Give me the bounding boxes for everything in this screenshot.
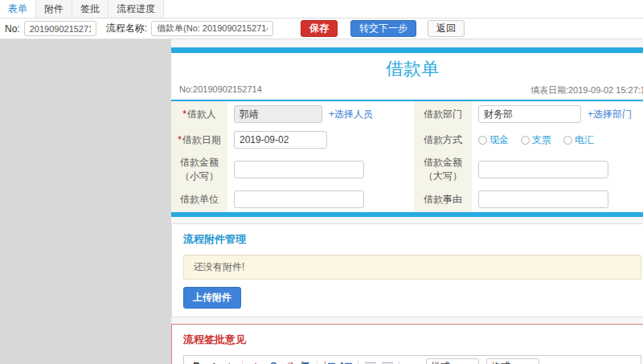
editor-toolbar: B I abc <box>184 356 641 364</box>
tab-progress[interactable]: 流程进度 <box>109 0 164 18</box>
style-dropdown[interactable]: 样式 ▾ <box>426 358 479 364</box>
borrower-input[interactable] <box>234 105 322 123</box>
borrower-label: *借款人 <box>171 101 227 127</box>
link-icon[interactable] <box>264 359 279 364</box>
borrow-unit-input[interactable] <box>234 190 364 208</box>
radio-circle-icon[interactable] <box>478 136 487 145</box>
italic-icon[interactable]: I <box>206 359 221 364</box>
format-dropdown[interactable]: 格式 ▾ <box>486 358 539 364</box>
tab-attachments[interactable]: 附件 <box>36 0 72 18</box>
rich-text-editor: B I abc <box>183 355 641 364</box>
amount-lowercase-label: 借款金额（小写） <box>171 153 227 186</box>
form-page: 借款单 No:20190902152714 填表日期:2019-09-02 15… <box>171 39 643 364</box>
no-attachments-message: 还没有附件! <box>183 255 641 280</box>
forward-next-step-button[interactable]: 转交下一步 <box>350 20 416 37</box>
form-row-borrower: *借款人 +选择人员 借款部门 +选择部门 <box>171 101 643 127</box>
borrow-reason-input[interactable] <box>478 190 608 208</box>
form-date-text: 填表日期:2019-09-02 15:27:1 <box>530 84 643 96</box>
amount-uppercase-input[interactable] <box>478 161 608 178</box>
panel-bottom-bar <box>171 212 643 217</box>
radio-circle-icon[interactable] <box>521 136 530 145</box>
select-department-link[interactable]: +选择部门 <box>588 108 632 121</box>
borrow-reason-label: 借款事由 <box>414 186 472 212</box>
borrow-date-input[interactable] <box>234 131 327 149</box>
approval-heading: 流程签批意见 <box>183 333 641 347</box>
indent-icon[interactable] <box>379 359 395 364</box>
form-row-unit-reason: 借款单位 借款事由 <box>171 186 643 212</box>
flow-name-label: 流程名称: <box>106 22 147 35</box>
toolbar-separator <box>399 361 399 364</box>
department-label: 借款部门 <box>414 101 472 127</box>
required-asterisk: * <box>182 108 186 120</box>
bulleted-list-icon[interactable] <box>338 359 354 364</box>
toolbar: No: 流程名称: 保存 转交下一步 返回 <box>0 18 643 39</box>
radio-cheque[interactable]: 支票 <box>521 133 551 147</box>
amount-lowercase-input[interactable] <box>234 161 364 178</box>
radio-cash[interactable]: 现金 <box>478 133 509 147</box>
outdent-icon[interactable] <box>362 359 378 364</box>
department-input[interactable] <box>478 105 581 123</box>
loan-form-panel: 借款单 No:20190902152714 填表日期:2019-09-02 15… <box>171 47 643 217</box>
form-subheader: No:20190902152714 填表日期:2019-09-02 15:27:… <box>171 84 643 101</box>
toolbar-separator <box>317 361 317 364</box>
tab-form[interactable]: 表单 <box>0 0 36 18</box>
select-person-link[interactable]: +选择人员 <box>329 108 373 121</box>
unlink-icon[interactable] <box>281 359 296 364</box>
content-area: 借款单 No:20190902152714 填表日期:2019-09-02 15… <box>0 39 643 364</box>
tab-approval[interactable]: 签批 <box>72 0 109 18</box>
flow-name-input[interactable] <box>151 21 273 36</box>
bold-icon[interactable]: B <box>189 359 204 364</box>
amount-uppercase-label: 借款金额（大写） <box>414 153 472 186</box>
form-table: *借款人 +选择人员 借款部门 +选择部门 <box>171 101 643 212</box>
anchor-flag-icon[interactable] <box>297 359 313 364</box>
attachments-panel: 流程附件管理 还没有附件! 上传附件 <box>171 223 643 317</box>
toolbar-separator <box>242 361 243 364</box>
borrow-method-options: 现金 支票 电汇 <box>472 127 643 153</box>
numbered-list-icon[interactable]: 123 <box>322 359 337 364</box>
approval-panel: 流程签批意见 B I abc <box>171 324 643 364</box>
form-title: 借款单 <box>171 53 643 84</box>
attachments-heading: 流程附件管理 <box>183 232 641 247</box>
borrow-date-label: *借款日期 <box>171 127 227 153</box>
radio-wire-transfer[interactable]: 电汇 <box>563 133 594 147</box>
form-no-text: No:20190902152714 <box>179 84 262 96</box>
borrow-method-label: 借款方式 <box>414 127 472 153</box>
no-label: No: <box>5 23 20 35</box>
save-button[interactable]: 保存 <box>301 20 338 37</box>
tab-bar: 表单 附件 签批 流程进度 <box>0 0 643 18</box>
toolbar-separator <box>358 361 358 364</box>
form-row-date-method: *借款日期 借款方式 现金 <box>171 127 643 153</box>
blockquote-icon[interactable]: ” <box>403 359 419 364</box>
strikethrough-icon[interactable]: abc <box>223 359 238 364</box>
borrow-unit-label: 借款单位 <box>171 186 227 212</box>
radio-circle-icon[interactable] <box>563 136 572 145</box>
upload-attachment-button[interactable]: 上传附件 <box>183 287 241 309</box>
form-row-amount: 借款金额（小写） 借款金额（大写） <box>171 153 643 186</box>
required-asterisk: * <box>178 134 182 145</box>
back-button[interactable]: 返回 <box>428 20 465 37</box>
no-input[interactable] <box>24 21 96 36</box>
remove-format-icon[interactable] <box>247 359 262 364</box>
panel-top-bar <box>171 47 643 53</box>
